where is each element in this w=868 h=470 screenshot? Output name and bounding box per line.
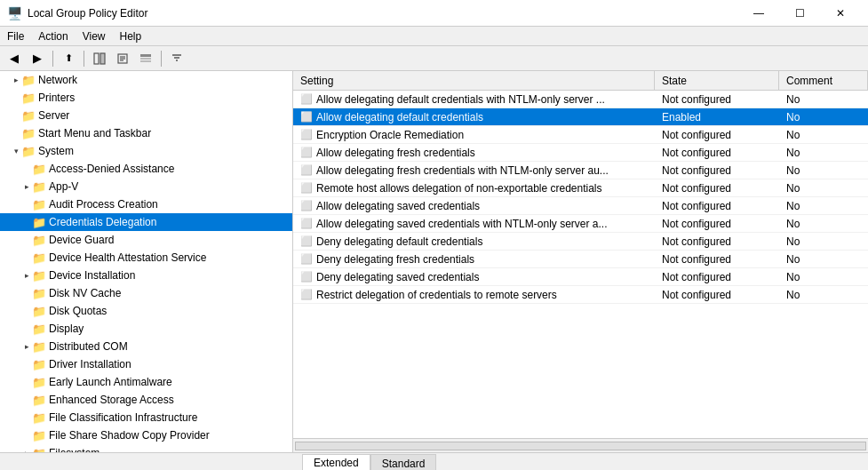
expand-icon: ▸: [11, 76, 21, 84]
setting-text: Deny delegating fresh credentials: [316, 253, 474, 266]
tree-item-label: Server: [38, 109, 69, 122]
tree-item[interactable]: 📁Access-Denied Assistance: [0, 160, 292, 178]
cell-setting: ⬜ Allow delegating default credentials w…: [293, 93, 655, 106]
title-bar-controls: — ☐ ✕: [738, 0, 861, 27]
tree-item-label: Device Health Attestation Service: [49, 251, 206, 264]
list-body[interactable]: ⬜ Allow delegating default credentials w…: [293, 91, 868, 438]
list-row[interactable]: ⬜ Deny delegating default credentials No…: [293, 233, 868, 251]
folder-icon: 📁: [21, 127, 36, 140]
list-row[interactable]: ⬜ Allow delegating default credentials w…: [293, 91, 868, 108]
list-row[interactable]: ⬜ Deny delegating fresh credentials Not …: [293, 251, 868, 268]
tree-item[interactable]: ▸📁App-V: [0, 178, 292, 195]
tree-item[interactable]: ▸📁Network: [0, 71, 292, 89]
list-row[interactable]: ⬜ Encryption Oracle Remediation Not conf…: [293, 126, 868, 144]
tree-item[interactable]: 📁File Classification Infrastructure: [0, 409, 292, 426]
tree-item-label: Display: [49, 323, 84, 335]
cell-state: Not configured: [655, 289, 779, 301]
cell-setting: ⬜ Remote host allows delegation of non-e…: [293, 182, 655, 195]
menu-help[interactable]: Help: [113, 27, 149, 45]
tree-item[interactable]: 📁Audit Process Creation: [0, 195, 292, 213]
tab-extended[interactable]: Extended: [302, 454, 370, 470]
list-row[interactable]: ⬜ Allow delegating saved credentials Not…: [293, 197, 868, 215]
cell-comment: No: [779, 182, 868, 195]
setting-text: Allow delegating fresh credentials: [316, 147, 475, 159]
forward-button[interactable]: ▶: [27, 49, 48, 68]
tree-items-container: ▸📁Network 📁Printers 📁Server 📁Start Menu …: [0, 71, 292, 452]
tab-standard[interactable]: Standard: [370, 454, 437, 470]
tree-item-label: File Classification Infrastructure: [49, 411, 197, 424]
header-comment[interactable]: Comment: [779, 71, 868, 90]
tree-item[interactable]: 📁Display: [0, 320, 292, 338]
cell-setting: ⬜ Encryption Oracle Remediation: [293, 129, 655, 141]
tree-item[interactable]: ▸📁Device Installation: [0, 267, 292, 284]
cell-state: Not configured: [655, 129, 779, 141]
cell-state: Not configured: [655, 218, 779, 230]
setting-text: Allow delegating saved credentials: [316, 200, 480, 212]
list-row[interactable]: ⬜ Allow delegating saved credentials wit…: [293, 215, 868, 233]
setting-icon: ⬜: [300, 164, 313, 176]
list-row[interactable]: ⬜ Restrict delegation of credentials to …: [293, 286, 868, 304]
tree-item-label: Credentials Delegation: [49, 216, 156, 228]
expand-icon: ▸: [21, 182, 32, 191]
expand-icon: ▸: [21, 342, 32, 351]
tree-item[interactable]: 📁Driver Installation: [0, 355, 292, 373]
tree-item[interactable]: 📁Printers: [0, 89, 292, 107]
close-button[interactable]: ✕: [820, 0, 861, 27]
list-row[interactable]: ⬜ Allow delegating default credentials E…: [293, 108, 868, 126]
tree-item[interactable]: ▸📁Distributed COM: [0, 338, 292, 355]
filter-button[interactable]: [166, 49, 187, 68]
properties-button[interactable]: [112, 49, 133, 68]
tree-item[interactable]: 📁Credentials Delegation: [0, 213, 292, 231]
header-setting[interactable]: Setting: [293, 71, 655, 90]
title-bar: 🖥️ Local Group Policy Editor — ☐ ✕: [0, 0, 868, 27]
folder-icon: 📁: [32, 163, 46, 176]
toolbar-sep-3: [161, 51, 162, 67]
tree-item[interactable]: 📁Start Menu and Taskbar: [0, 124, 292, 142]
tree-item[interactable]: 📁Server: [0, 107, 292, 124]
minimize-button[interactable]: —: [738, 0, 779, 27]
folder-icon: 📁: [32, 269, 46, 283]
extend-view-button[interactable]: [135, 49, 156, 68]
setting-icon: ⬜: [300, 200, 313, 211]
tree-item-label: Start Menu and Taskbar: [38, 127, 151, 139]
tree-item[interactable]: 📁Enhanced Storage Access: [0, 391, 292, 409]
list-row[interactable]: ⬜ Remote host allows delegation of non-e…: [293, 179, 868, 197]
setting-icon: ⬜: [300, 271, 313, 283]
list-row[interactable]: ⬜ Deny delegating saved credentials Not …: [293, 268, 868, 286]
menu-view[interactable]: View: [76, 27, 113, 45]
horizontal-scrollbar[interactable]: [293, 438, 868, 452]
tree-item[interactable]: 📁File Share Shadow Copy Provider: [0, 426, 292, 444]
menu-action[interactable]: Action: [31, 27, 75, 45]
folder-icon: 📁: [32, 234, 46, 247]
tree-item[interactable]: ▸📁Filesystem: [0, 444, 292, 452]
main-content: ▸📁Network 📁Printers 📁Server 📁Start Menu …: [0, 71, 868, 452]
tree-item[interactable]: 📁Disk NV Cache: [0, 284, 292, 302]
back-button[interactable]: ◀: [4, 49, 25, 68]
cell-state: Not configured: [655, 271, 779, 283]
expand-icon: ▸: [21, 271, 32, 280]
up-button[interactable]: ⬆: [58, 49, 79, 68]
list-row[interactable]: ⬜ Allow delegating fresh credentials wit…: [293, 162, 868, 179]
tree-item[interactable]: ▾📁System: [0, 142, 292, 160]
header-state[interactable]: State: [655, 71, 779, 90]
tree-item[interactable]: 📁Device Guard: [0, 231, 292, 249]
tree-item-label: File Share Shadow Copy Provider: [49, 429, 210, 442]
maximize-button[interactable]: ☐: [779, 0, 820, 27]
folder-icon: 📁: [32, 198, 46, 211]
menu-file[interactable]: File: [0, 27, 31, 45]
svg-rect-7: [140, 58, 151, 60]
tree-item[interactable]: 📁Device Health Attestation Service: [0, 249, 292, 267]
tree-item-label: Access-Denied Assistance: [49, 163, 174, 175]
tree-panel[interactable]: ▸📁Network 📁Printers 📁Server 📁Start Menu …: [0, 71, 293, 452]
tree-item[interactable]: 📁Early Launch Antimalware: [0, 373, 292, 391]
show-hide-button[interactable]: [89, 49, 110, 68]
toolbar-sep-1: [52, 51, 53, 67]
folder-icon: 📁: [32, 411, 46, 425]
tree-item[interactable]: 📁Disk Quotas: [0, 302, 292, 320]
cell-comment: No: [779, 218, 868, 230]
cell-setting: ⬜ Deny delegating default credentials: [293, 235, 655, 248]
list-row[interactable]: ⬜ Allow delegating fresh credentials Not…: [293, 144, 868, 162]
setting-icon: ⬜: [300, 253, 313, 265]
setting-text: Encryption Oracle Remediation: [316, 129, 464, 141]
folder-icon: 📁: [21, 109, 36, 123]
